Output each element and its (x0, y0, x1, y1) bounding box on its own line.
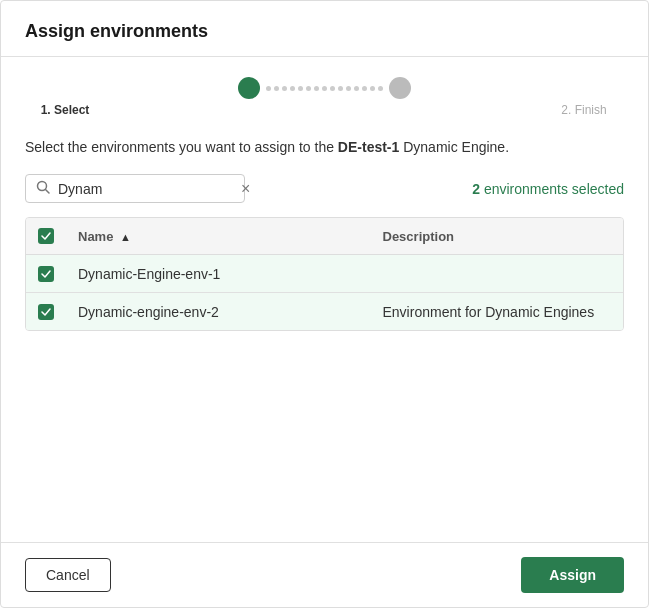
step-2-circle (389, 77, 411, 99)
header-description: Description (371, 218, 624, 255)
step-1-circle (238, 77, 260, 99)
step-dot (330, 86, 335, 91)
description: Select the environments you want to assi… (25, 137, 624, 158)
stepper: 1. Select 2. Finish (25, 77, 624, 117)
dialog-body: 1. Select 2. Finish Select the environme… (1, 57, 648, 542)
search-row: × 2 environments selected (25, 174, 624, 203)
step-dot (274, 86, 279, 91)
header-checkbox-col (26, 218, 66, 255)
table-row: Dynamic-engine-env-2 Environment for Dyn… (26, 293, 623, 331)
cancel-button[interactable]: Cancel (25, 558, 111, 592)
step-dot (378, 86, 383, 91)
step-1-label: 1. Select (25, 103, 105, 117)
sort-arrow-icon: ▲ (120, 231, 131, 243)
assign-button[interactable]: Assign (521, 557, 624, 593)
step-dot (338, 86, 343, 91)
step-dot (314, 86, 319, 91)
step-dot (290, 86, 295, 91)
header-checkbox[interactable] (38, 228, 54, 244)
step-dot (282, 86, 287, 91)
step-dot (298, 86, 303, 91)
row-1-checkbox[interactable] (38, 266, 54, 282)
dialog-header: Assign environments (1, 1, 648, 57)
stepper-row (238, 77, 411, 99)
selected-label: environments selected (484, 181, 624, 197)
dialog-footer: Cancel Assign (1, 542, 648, 607)
count-number: 2 (472, 181, 480, 197)
step-dots (266, 86, 383, 91)
assign-environments-dialog: Assign environments (0, 0, 649, 608)
clear-search-icon[interactable]: × (241, 181, 250, 197)
environments-table: Name ▲ Description (25, 217, 624, 331)
stepper-labels: 1. Select 2. Finish (25, 103, 624, 117)
row-2-checkbox-cell (26, 293, 66, 331)
step-dot (266, 86, 271, 91)
step-dot (306, 86, 311, 91)
selected-count: 2 environments selected (472, 181, 624, 197)
description-bold: DE-test-1 (338, 139, 399, 155)
row-1-checkbox-cell (26, 255, 66, 293)
step-dot (370, 86, 375, 91)
step-dot (322, 86, 327, 91)
description-suffix: Dynamic Engine. (399, 139, 509, 155)
description-prefix: Select the environments you want to assi… (25, 139, 338, 155)
header-name[interactable]: Name ▲ (66, 218, 371, 255)
svg-line-1 (46, 190, 50, 194)
table-row: Dynamic-Engine-env-1 (26, 255, 623, 293)
search-box[interactable]: × (25, 174, 245, 203)
step-2-label: 2. Finish (544, 103, 624, 117)
search-input[interactable] (58, 181, 233, 197)
row-1-name: Dynamic-Engine-env-1 (66, 255, 371, 293)
dialog-title: Assign environments (25, 21, 624, 42)
step-dot (354, 86, 359, 91)
search-icon (36, 180, 50, 197)
row-2-checkbox[interactable] (38, 304, 54, 320)
step-dot (362, 86, 367, 91)
row-1-description (371, 255, 624, 293)
row-2-name: Dynamic-engine-env-2 (66, 293, 371, 331)
step-dot (346, 86, 351, 91)
row-2-description: Environment for Dynamic Engines (371, 293, 624, 331)
